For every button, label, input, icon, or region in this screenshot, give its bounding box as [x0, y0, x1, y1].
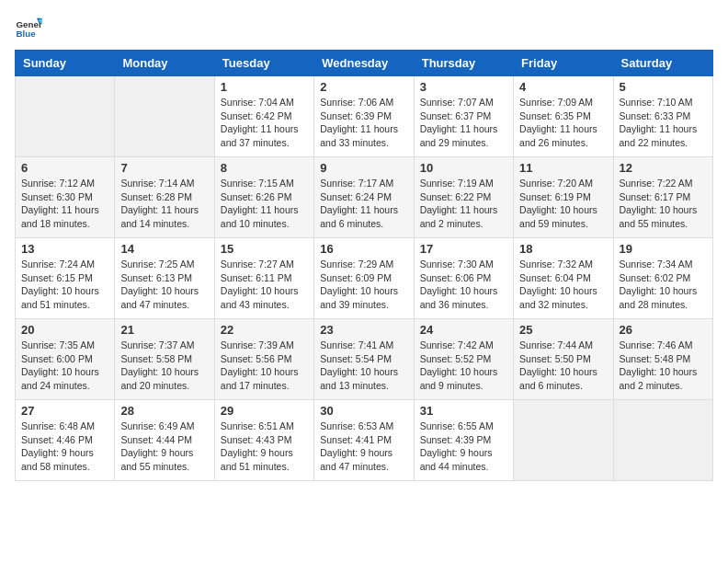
calendar-cell: [514, 400, 613, 481]
day-detail: Sunrise: 7:35 AM Sunset: 6:00 PM Dayligh…: [21, 339, 108, 393]
calendar-cell: 25Sunrise: 7:44 AM Sunset: 5:50 PM Dayli…: [514, 319, 613, 400]
day-detail: Sunrise: 6:51 AM Sunset: 4:43 PM Dayligh…: [221, 419, 308, 474]
calendar-cell: 23Sunrise: 7:41 AM Sunset: 5:54 PM Dayli…: [314, 319, 414, 400]
day-detail: Sunrise: 7:34 AM Sunset: 6:02 PM Dayligh…: [620, 258, 707, 312]
day-header-saturday: Saturday: [613, 51, 712, 76]
day-detail: Sunrise: 7:42 AM Sunset: 5:52 PM Dayligh…: [420, 339, 507, 393]
logo: General Blue: [15, 15, 42, 42]
calendar-cell: 19Sunrise: 7:34 AM Sunset: 6:02 PM Dayli…: [613, 238, 712, 319]
day-detail: Sunrise: 7:04 AM Sunset: 6:42 PM Dayligh…: [221, 96, 308, 150]
day-header-wednesday: Wednesday: [314, 51, 414, 76]
calendar-cell: [16, 76, 115, 157]
day-detail: Sunrise: 7:44 AM Sunset: 5:50 PM Dayligh…: [519, 339, 607, 393]
calendar-cell: 15Sunrise: 7:27 AM Sunset: 6:11 PM Dayli…: [214, 238, 313, 319]
calendar-cell: 24Sunrise: 7:42 AM Sunset: 5:52 PM Dayli…: [414, 319, 513, 400]
day-detail: Sunrise: 7:17 AM Sunset: 6:24 PM Dayligh…: [320, 177, 407, 231]
day-detail: Sunrise: 7:07 AM Sunset: 6:37 PM Dayligh…: [420, 96, 507, 150]
calendar-cell: 30Sunrise: 6:53 AM Sunset: 4:41 PM Dayli…: [314, 400, 414, 481]
day-number: 24: [420, 323, 507, 337]
day-number: 6: [21, 161, 108, 175]
day-header-thursday: Thursday: [414, 51, 513, 76]
day-number: 27: [21, 404, 108, 418]
day-header-monday: Monday: [115, 51, 214, 76]
day-number: 20: [21, 323, 108, 337]
day-detail: Sunrise: 7:12 AM Sunset: 6:30 PM Dayligh…: [21, 177, 108, 231]
day-number: 22: [221, 323, 308, 337]
day-number: 31: [420, 404, 507, 418]
day-number: 7: [120, 161, 208, 175]
day-number: 15: [221, 242, 308, 256]
day-detail: Sunrise: 6:53 AM Sunset: 4:41 PM Dayligh…: [320, 419, 407, 474]
calendar-cell: 27Sunrise: 6:48 AM Sunset: 4:46 PM Dayli…: [16, 400, 115, 481]
day-number: 29: [221, 404, 308, 418]
day-number: 28: [120, 404, 208, 418]
day-number: 2: [320, 80, 407, 94]
day-detail: Sunrise: 7:24 AM Sunset: 6:15 PM Dayligh…: [21, 258, 108, 312]
day-header-sunday: Sunday: [16, 51, 115, 76]
day-number: 23: [320, 323, 407, 337]
calendar-cell: [115, 76, 214, 157]
day-number: 9: [320, 161, 407, 175]
calendar-cell: 10Sunrise: 7:19 AM Sunset: 6:22 PM Dayli…: [414, 157, 513, 238]
calendar-cell: 2Sunrise: 7:06 AM Sunset: 6:39 PM Daylig…: [314, 76, 414, 157]
logo-icon: General Blue: [15, 15, 42, 42]
day-detail: Sunrise: 7:25 AM Sunset: 6:13 PM Dayligh…: [120, 258, 208, 312]
day-detail: Sunrise: 7:32 AM Sunset: 6:04 PM Dayligh…: [519, 258, 607, 312]
day-detail: Sunrise: 7:37 AM Sunset: 5:58 PM Dayligh…: [120, 339, 208, 393]
day-detail: Sunrise: 7:20 AM Sunset: 6:19 PM Dayligh…: [519, 177, 607, 231]
day-number: 17: [420, 242, 507, 256]
day-detail: Sunrise: 6:49 AM Sunset: 4:44 PM Dayligh…: [120, 419, 208, 474]
day-detail: Sunrise: 7:27 AM Sunset: 6:11 PM Dayligh…: [221, 258, 308, 312]
calendar-cell: 1Sunrise: 7:04 AM Sunset: 6:42 PM Daylig…: [214, 76, 313, 157]
day-detail: Sunrise: 6:48 AM Sunset: 4:46 PM Dayligh…: [21, 419, 108, 474]
day-number: 12: [620, 161, 707, 175]
day-header-friday: Friday: [514, 51, 613, 76]
calendar-cell: 31Sunrise: 6:55 AM Sunset: 4:39 PM Dayli…: [414, 400, 513, 481]
week-row-1: 1Sunrise: 7:04 AM Sunset: 6:42 PM Daylig…: [16, 76, 713, 157]
calendar-cell: 16Sunrise: 7:29 AM Sunset: 6:09 PM Dayli…: [314, 238, 414, 319]
calendar-cell: 4Sunrise: 7:09 AM Sunset: 6:35 PM Daylig…: [514, 76, 613, 157]
calendar-cell: 17Sunrise: 7:30 AM Sunset: 6:06 PM Dayli…: [414, 238, 513, 319]
day-number: 26: [620, 323, 707, 337]
calendar-cell: 11Sunrise: 7:20 AM Sunset: 6:19 PM Dayli…: [514, 157, 613, 238]
calendar-cell: 5Sunrise: 7:10 AM Sunset: 6:33 PM Daylig…: [613, 76, 712, 157]
day-number: 14: [120, 242, 208, 256]
day-number: 5: [620, 80, 707, 94]
calendar-table: SundayMondayTuesdayWednesdayThursdayFrid…: [15, 50, 713, 481]
day-detail: Sunrise: 7:14 AM Sunset: 6:28 PM Dayligh…: [120, 177, 208, 231]
day-detail: Sunrise: 7:41 AM Sunset: 5:54 PM Dayligh…: [320, 339, 407, 393]
day-detail: Sunrise: 7:39 AM Sunset: 5:56 PM Dayligh…: [221, 339, 308, 393]
day-number: 8: [221, 161, 308, 175]
day-number: 16: [320, 242, 407, 256]
calendar-cell: 28Sunrise: 6:49 AM Sunset: 4:44 PM Dayli…: [115, 400, 214, 481]
day-detail: Sunrise: 7:06 AM Sunset: 6:39 PM Dayligh…: [320, 96, 407, 150]
calendar-cell: 8Sunrise: 7:15 AM Sunset: 6:26 PM Daylig…: [214, 157, 313, 238]
calendar-cell: 9Sunrise: 7:17 AM Sunset: 6:24 PM Daylig…: [314, 157, 414, 238]
days-header-row: SundayMondayTuesdayWednesdayThursdayFrid…: [16, 51, 713, 76]
day-number: 13: [21, 242, 108, 256]
calendar-cell: 26Sunrise: 7:46 AM Sunset: 5:48 PM Dayli…: [613, 319, 712, 400]
day-number: 21: [120, 323, 208, 337]
calendar-cell: 22Sunrise: 7:39 AM Sunset: 5:56 PM Dayli…: [214, 319, 313, 400]
week-row-4: 20Sunrise: 7:35 AM Sunset: 6:00 PM Dayli…: [16, 319, 713, 400]
calendar-cell: 6Sunrise: 7:12 AM Sunset: 6:30 PM Daylig…: [16, 157, 115, 238]
day-detail: Sunrise: 6:55 AM Sunset: 4:39 PM Dayligh…: [420, 419, 507, 474]
calendar-cell: 13Sunrise: 7:24 AM Sunset: 6:15 PM Dayli…: [16, 238, 115, 319]
day-number: 18: [519, 242, 607, 256]
day-number: 10: [420, 161, 507, 175]
day-detail: Sunrise: 7:19 AM Sunset: 6:22 PM Dayligh…: [420, 177, 507, 231]
calendar-cell: 29Sunrise: 6:51 AM Sunset: 4:43 PM Dayli…: [214, 400, 313, 481]
calendar-cell: 21Sunrise: 7:37 AM Sunset: 5:58 PM Dayli…: [115, 319, 214, 400]
calendar-cell: 12Sunrise: 7:22 AM Sunset: 6:17 PM Dayli…: [613, 157, 712, 238]
day-number: 1: [221, 80, 308, 94]
day-detail: Sunrise: 7:09 AM Sunset: 6:35 PM Dayligh…: [519, 96, 607, 150]
day-detail: Sunrise: 7:22 AM Sunset: 6:17 PM Dayligh…: [620, 177, 707, 231]
day-number: 25: [519, 323, 607, 337]
calendar-cell: 14Sunrise: 7:25 AM Sunset: 6:13 PM Dayli…: [115, 238, 214, 319]
day-header-tuesday: Tuesday: [214, 51, 313, 76]
day-number: 19: [620, 242, 707, 256]
day-detail: Sunrise: 7:46 AM Sunset: 5:48 PM Dayligh…: [620, 339, 707, 393]
week-row-3: 13Sunrise: 7:24 AM Sunset: 6:15 PM Dayli…: [16, 238, 713, 319]
calendar-cell: 7Sunrise: 7:14 AM Sunset: 6:28 PM Daylig…: [115, 157, 214, 238]
day-detail: Sunrise: 7:30 AM Sunset: 6:06 PM Dayligh…: [420, 258, 507, 312]
